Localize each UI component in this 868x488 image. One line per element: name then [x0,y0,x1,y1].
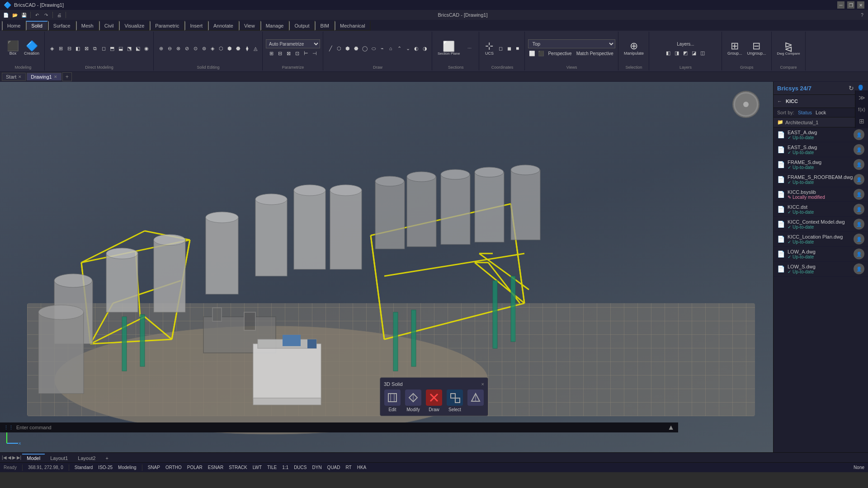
file-item-frame-s[interactable]: 📄 FRAME_S.dwg ✓ Up-to-date 👤 [774,157,868,172]
tab-annotate[interactable]: Annotate [208,21,239,31]
se-btn-4[interactable]: ⊘ [183,44,191,52]
solid-popup-extra[interactable] [467,389,484,412]
layout-nav-next[interactable]: ▶ [12,455,16,460]
file-item-kicc-context[interactable]: 📄 KICC_Context Model.dwg ✓ Up-to-date 👤 [774,217,868,232]
hka-toggle[interactable]: HKA [357,465,367,470]
layout-nav-prev[interactable]: ◀ [8,455,11,460]
file-item-low-a[interactable]: 📄 LOW_A.dwg ✓ Up-to-date 👤 [774,247,868,262]
param-btn-2[interactable]: ⊟ [276,49,284,57]
draw-btn-11[interactable]: ◐ [412,44,420,52]
draw-btn-12[interactable]: ◑ [421,44,429,52]
se-btn-12[interactable]: ◬ [251,44,259,52]
param-btn-3[interactable]: ⊠ [285,49,293,57]
qa-open-button[interactable]: 📂 [11,11,19,19]
file-section-architectural[interactable]: 📁 Architectural_1 [774,117,868,127]
esnar-toggle[interactable]: ESNAR [208,465,223,470]
match-perspective-button[interactable]: Match Perspective [575,50,615,58]
rt-toggle[interactable]: RT [346,465,352,470]
se-btn-5[interactable]: ⊙ [191,44,199,52]
qa-print-button[interactable]: 🖨 [55,11,63,19]
scale-display[interactable]: 1:1 [282,465,288,470]
iso-display[interactable]: ISO-25 [98,465,113,470]
dm-btn-7[interactable]: ◻ [99,44,108,52]
qa-help-button[interactable]: ? [858,11,866,19]
se-btn-10[interactable]: ⬣ [234,44,242,52]
auto-parametrize-select[interactable]: Auto Parametrize [266,39,320,48]
se-btn-1[interactable]: ⊕ [157,44,165,52]
layout-tab-layout1[interactable]: Layout1 [46,454,72,462]
coord-btn-3[interactable]: ◽ [514,44,522,52]
tab-start-close[interactable]: ✕ [18,75,22,79]
draw-btn-1[interactable]: ╱ [326,44,335,52]
tab-view[interactable]: View [239,21,260,31]
layer-btn-4[interactable]: ◪ [690,49,698,57]
file-item-low-s[interactable]: 📄 LOW_S.dwg ✓ Up-to-date 👤 [774,262,868,277]
coord-btn-2[interactable]: ◼ [505,44,513,52]
dm-btn-5[interactable]: ⊠ [82,44,90,52]
minimize-button[interactable]: ─ [837,1,844,9]
sections-extra-button[interactable]: ⋯ [462,45,476,52]
perspective-button[interactable]: Perspective [546,50,573,58]
rpi-function-button[interactable]: f(x) [856,105,867,114]
draw-btn-5[interactable]: ◯ [361,44,369,52]
solid-popup-draw[interactable]: Draw [426,389,442,412]
box-button[interactable]: ⬛ Box [5,40,21,56]
tab-visualize[interactable]: Visualize [119,21,150,31]
ortho-toggle[interactable]: ORTHO [165,465,182,470]
layer-btn-5[interactable]: ◫ [698,49,707,57]
file-item-kicc-bsyslib[interactable]: 📄 KICC.bsyslib ✎ Locally modified 👤 [774,187,868,202]
coord-btn-1[interactable]: ◻ [496,44,505,52]
cmdline-expand-button[interactable]: ▲ [667,423,675,432]
standard-display[interactable]: Standard [75,465,93,470]
tab-add-button[interactable]: + [62,72,72,81]
tab-manage[interactable]: Manage [260,21,289,31]
dm-btn-12[interactable]: ◉ [142,44,151,52]
solid-popup-modify[interactable]: Modify [405,389,421,412]
file-item-kicc-dst[interactable]: 📄 KICC.dst ✓ Up-to-date 👤 [774,202,868,217]
layer-btn-3[interactable]: ◩ [681,49,689,57]
rpi-expand-button[interactable]: ≫ [856,92,867,103]
dm-btn-9[interactable]: ⬓ [117,44,125,52]
tab-civil[interactable]: Civil [99,21,119,31]
sort-by-status[interactable]: Status [798,110,812,115]
tile-toggle[interactable]: TILE [267,465,277,470]
draw-btn-2[interactable]: ⬡ [335,44,343,52]
dm-btn-3[interactable]: ⊟ [65,44,73,52]
rpi-layers-button[interactable]: ⊞ [856,116,867,127]
param-btn-5[interactable]: ⊢ [302,49,310,57]
mode-display[interactable]: Modeling [118,465,137,470]
sort-by-lock[interactable]: Lock [816,110,826,115]
draw-btn-9[interactable]: ⌃ [395,44,403,52]
layout-nav-last[interactable]: ▶| [17,455,22,460]
dm-btn-2[interactable]: ⊞ [57,44,65,52]
draw-btn-7[interactable]: ⌁ [378,44,386,52]
close-button[interactable]: ✕ [857,1,864,9]
se-btn-6[interactable]: ⊚ [200,44,208,52]
group-button[interactable]: ⊞ Group... [725,40,745,56]
qa-redo-button[interactable]: ↷ [42,11,50,19]
viewport[interactable]: X Y 3D Solid × Edit [0,82,773,452]
dm-btn-10[interactable]: ⬔ [125,44,133,52]
polar-toggle[interactable]: POLAR [187,465,203,470]
tab-surface[interactable]: Surface [48,21,76,31]
tab-drawing1-close[interactable]: ✕ [54,75,57,79]
solid-popup-select[interactable]: Select [447,389,463,412]
view-btn-2[interactable]: ⬛ [537,50,545,58]
file-item-frame-s-roofbeam[interactable]: 📄 FRAME_S_ROOFBEAM.dwg ✓ Up-to-date 👤 [774,172,868,187]
draw-btn-3[interactable]: ⬢ [344,44,352,52]
qa-new-button[interactable]: 📄 [2,11,10,19]
layers-button[interactable]: Layers... [652,40,719,48]
layout-nav-first[interactable]: |◀ [2,455,7,460]
view-name-dropdown[interactable]: Top [528,39,615,48]
se-btn-2[interactable]: ⊖ [165,44,174,52]
dm-btn-6[interactable]: ⧉ [91,44,99,52]
qa-undo-button[interactable]: ↶ [33,11,41,19]
draw-btn-8[interactable]: ⌂ [387,44,395,52]
tab-parametric[interactable]: Parametric [150,21,184,31]
layer-btn-1[interactable]: ◧ [664,49,672,57]
qa-save-button[interactable]: 💾 [20,11,28,19]
tab-home[interactable]: Home [2,21,26,31]
tab-solid[interactable]: Solid [26,21,47,31]
layout-tab-model[interactable]: Model [22,454,45,462]
param-btn-1[interactable]: ⊞ [268,49,276,57]
